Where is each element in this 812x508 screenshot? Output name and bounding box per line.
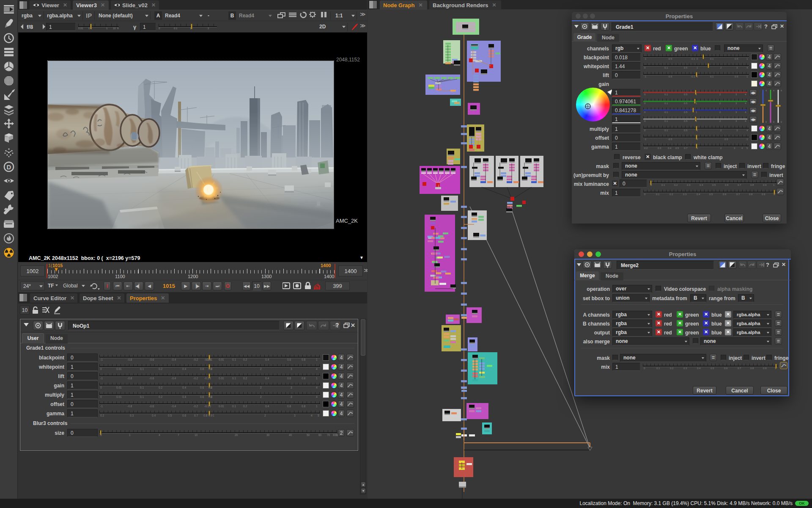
svg-text:D: D (7, 163, 11, 171)
svg-text:4: 4 (765, 89, 767, 92)
svg-text:0: 0 (765, 121, 767, 123)
svg-text:0: 0 (773, 121, 774, 123)
svg-text:f/8: f/8 (27, 24, 33, 30)
svg-text:4: 4 (773, 89, 774, 92)
svg-text:4: 4 (781, 89, 782, 92)
svg-text:0: 0 (781, 121, 782, 123)
